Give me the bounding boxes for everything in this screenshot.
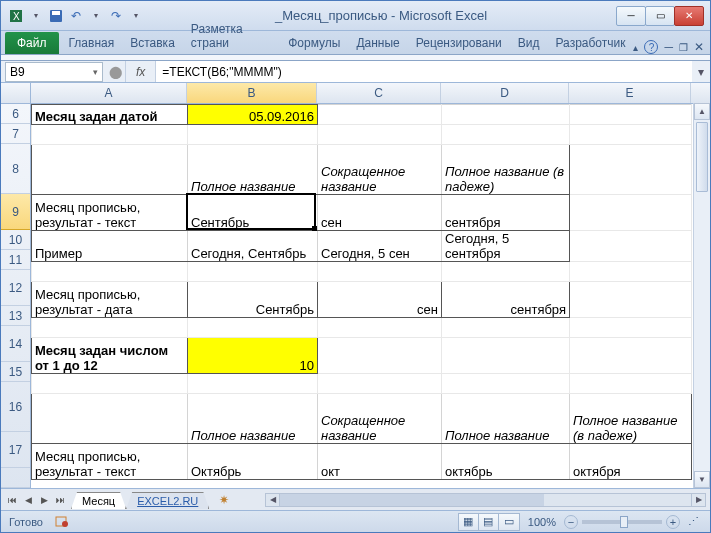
cell-A7[interactable]: [32, 125, 188, 145]
row-header-14[interactable]: 14: [1, 326, 30, 362]
row-header-15[interactable]: 15: [1, 362, 30, 382]
cell-A10[interactable]: Пример: [32, 231, 188, 262]
macro-record-icon[interactable]: [55, 514, 69, 530]
cell-B9[interactable]: Сентябрь: [188, 195, 318, 231]
tab-developer[interactable]: Разработчик: [548, 32, 634, 54]
cell-D12[interactable]: сентября: [442, 282, 570, 318]
cell-A13[interactable]: [32, 318, 188, 338]
cell-A9[interactable]: Месяц прописью, результат - текст: [32, 195, 188, 231]
zoom-out-icon[interactable]: −: [564, 515, 578, 529]
cell-D14[interactable]: [442, 338, 570, 374]
tab-home[interactable]: Главная: [61, 32, 123, 54]
select-all-corner[interactable]: [1, 83, 31, 103]
horizontal-scrollbar[interactable]: ◀ ▶: [265, 493, 706, 507]
sheet-tab-inactive[interactable]: EXCEL2.RU: [126, 492, 209, 509]
cell-A6[interactable]: Месяц задан датой: [32, 105, 188, 125]
formula-expand-icon[interactable]: ▾: [692, 65, 710, 79]
row-header-16[interactable]: 16: [1, 382, 30, 432]
tab-nav-prev-icon[interactable]: ◀: [21, 492, 35, 508]
col-header-E[interactable]: E: [569, 83, 691, 103]
vertical-scrollbar[interactable]: ▲ ▼: [693, 104, 710, 488]
row-header-8[interactable]: 8: [1, 144, 30, 194]
cell-B12[interactable]: Сентябрь: [188, 282, 318, 318]
cell-A12[interactable]: Месяц прописью, результат - дата: [32, 282, 188, 318]
cell-E7[interactable]: [570, 125, 692, 145]
cell-D17[interactable]: октябрь: [442, 444, 570, 480]
row-header-10[interactable]: 10: [1, 230, 30, 250]
cell-C6[interactable]: [318, 105, 442, 125]
cell-C8[interactable]: Сокращенное название: [318, 145, 442, 195]
scroll-down-icon[interactable]: ▼: [694, 471, 710, 488]
name-box-dropdown-icon[interactable]: ▾: [93, 67, 98, 77]
cell-E10[interactable]: [570, 231, 692, 262]
ribbon-minimize-icon[interactable]: ▴: [633, 42, 638, 53]
child-restore-icon[interactable]: ❐: [679, 42, 688, 53]
child-close-icon[interactable]: ✕: [694, 40, 704, 54]
zoom-level[interactable]: 100%: [528, 516, 556, 528]
cell-C11[interactable]: [318, 262, 442, 282]
cell-C9[interactable]: сен: [318, 195, 442, 231]
cell-C15[interactable]: [318, 374, 442, 394]
undo-icon[interactable]: ↶: [67, 7, 85, 25]
tab-formulas[interactable]: Формулы: [280, 32, 348, 54]
tab-nav-next-icon[interactable]: ▶: [37, 492, 51, 508]
cell-A15[interactable]: [32, 374, 188, 394]
cell-B6[interactable]: 05.09.2016: [188, 105, 318, 125]
cell-B11[interactable]: [188, 262, 318, 282]
tab-insert[interactable]: Вставка: [122, 32, 183, 54]
cell-B8[interactable]: Полное название: [188, 145, 318, 195]
cell-E15[interactable]: [570, 374, 692, 394]
sheet-tab-active[interactable]: Месяц: [71, 492, 126, 509]
cell-B15[interactable]: [188, 374, 318, 394]
cell-E14[interactable]: [570, 338, 692, 374]
close-button[interactable]: ✕: [674, 6, 704, 26]
normal-view-icon[interactable]: ▦: [459, 514, 479, 530]
col-header-B[interactable]: B: [187, 83, 317, 103]
col-header-D[interactable]: D: [441, 83, 569, 103]
col-header-A[interactable]: A: [31, 83, 187, 103]
tab-page-layout[interactable]: Разметка страни: [183, 18, 280, 54]
row-header-13[interactable]: 13: [1, 306, 30, 326]
cell-A16[interactable]: [32, 394, 188, 444]
cell-C16[interactable]: Сокращенное название: [318, 394, 442, 444]
tab-nav-last-icon[interactable]: ⏭: [53, 492, 67, 508]
cell-D7[interactable]: [442, 125, 570, 145]
cell-B16[interactable]: Полное название: [188, 394, 318, 444]
scroll-up-icon[interactable]: ▲: [694, 104, 710, 120]
hscroll-thumb[interactable]: [280, 494, 543, 506]
col-header-C[interactable]: C: [317, 83, 441, 103]
hscroll-left-icon[interactable]: ◀: [266, 494, 280, 506]
save-icon[interactable]: [47, 7, 65, 25]
vscroll-thumb[interactable]: [696, 122, 708, 192]
redo-icon[interactable]: ↷: [107, 7, 125, 25]
row-header-6[interactable]: 6: [1, 104, 30, 124]
cell-E6[interactable]: [570, 105, 692, 125]
cell-D10[interactable]: Сегодня, 5 сентября: [442, 231, 570, 262]
cells[interactable]: Месяц задан датой 05.09.2016: [31, 104, 710, 488]
cell-D15[interactable]: [442, 374, 570, 394]
resize-grip-icon[interactable]: ⋰: [688, 515, 702, 529]
row-header-11[interactable]: 11: [1, 250, 30, 270]
cell-A14[interactable]: Месяц задан числом от 1 до 12: [32, 338, 188, 374]
cell-D16[interactable]: Полное название: [442, 394, 570, 444]
name-box[interactable]: B9 ▾: [5, 62, 103, 82]
cell-D13[interactable]: [442, 318, 570, 338]
cell-E13[interactable]: [570, 318, 692, 338]
cell-E9[interactable]: [570, 195, 692, 231]
row-header-9[interactable]: 9: [1, 194, 30, 230]
cell-D6[interactable]: [442, 105, 570, 125]
fx-label[interactable]: fx: [125, 61, 156, 82]
cell-D8[interactable]: Полное название (в падеже): [442, 145, 570, 195]
tab-data[interactable]: Данные: [348, 32, 407, 54]
tab-view[interactable]: Вид: [510, 32, 548, 54]
formula-input[interactable]: [156, 61, 692, 82]
cell-C14[interactable]: [318, 338, 442, 374]
new-sheet-icon[interactable]: ✷: [213, 491, 235, 509]
page-layout-view-icon[interactable]: ▤: [479, 514, 499, 530]
zoom-slider[interactable]: − +: [564, 515, 680, 529]
cell-B17[interactable]: Октябрь: [188, 444, 318, 480]
cell-B14[interactable]: 10: [188, 338, 318, 374]
file-tab[interactable]: Файл: [5, 32, 59, 54]
row-header-12[interactable]: 12: [1, 270, 30, 306]
zoom-in-icon[interactable]: +: [666, 515, 680, 529]
